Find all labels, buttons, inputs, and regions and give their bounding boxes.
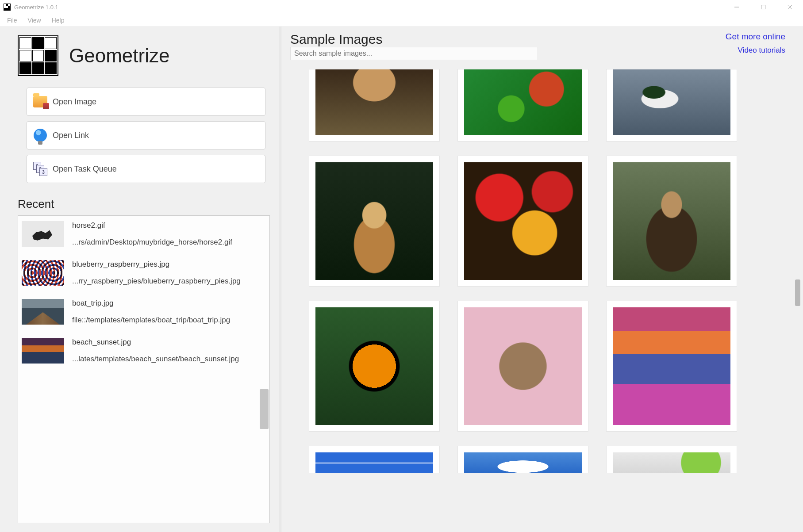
samples-scrollbar[interactable] <box>795 279 800 306</box>
sample-thumbnail <box>464 69 582 135</box>
recent-item[interactable]: blueberry_raspberry_pies.jpg ...rry_rasp… <box>22 260 266 286</box>
open-image-label: Open Image <box>53 97 96 107</box>
recent-item-path: ...lates/templates/beach_sunset/beach_su… <box>72 355 266 364</box>
sample-item[interactable] <box>309 156 440 287</box>
sample-item[interactable] <box>606 156 737 287</box>
sample-thumbnail <box>464 162 582 280</box>
samples-header: Sample Images <box>290 32 538 47</box>
sample-thumbnail <box>315 452 433 473</box>
sample-thumbnail <box>613 69 730 135</box>
sample-item[interactable] <box>606 69 737 142</box>
sample-thumbnail <box>613 162 730 280</box>
sample-item[interactable] <box>606 446 737 473</box>
video-tutorials-link[interactable]: Video tutorials <box>738 46 785 55</box>
recent-item-path: file::/templates/templates/boat_trip/boa… <box>72 316 266 325</box>
titlebar: Geometrize 1.0.1 <box>0 0 803 14</box>
sample-thumbnail <box>613 307 730 425</box>
menu-help[interactable]: Help <box>47 15 69 26</box>
recent-header: Recent <box>18 197 270 211</box>
recent-item-name: blueberry_raspberry_pies.jpg <box>72 260 266 269</box>
left-panel: Geometrize Open Image Open Link 123 Open… <box>0 27 279 532</box>
open-image-button[interactable]: Open Image <box>27 88 265 116</box>
sample-item[interactable] <box>309 301 440 432</box>
sample-thumbnail <box>464 452 582 473</box>
sample-thumbnail <box>613 452 730 473</box>
search-samples-input[interactable] <box>290 47 538 60</box>
sample-item[interactable] <box>309 446 440 473</box>
sample-item[interactable] <box>606 301 737 432</box>
recent-item[interactable]: horse2.gif ...rs/admin/Desktop/muybridge… <box>22 221 266 247</box>
close-button[interactable] <box>776 0 803 14</box>
recent-item-name: boat_trip.jpg <box>72 299 266 308</box>
recent-item-name: beach_sunset.jpg <box>72 338 266 347</box>
menubar: File View Help <box>0 14 803 27</box>
app-icon <box>4 4 11 11</box>
recent-thumbnail <box>22 299 64 325</box>
recent-item-name: horse2.gif <box>72 221 266 230</box>
folder-icon <box>32 94 48 110</box>
sample-item[interactable] <box>457 156 588 287</box>
recent-item[interactable]: beach_sunset.jpg ...lates/templates/beac… <box>22 338 266 364</box>
open-task-queue-label: Open Task Queue <box>53 165 117 174</box>
sample-item[interactable] <box>457 69 588 142</box>
recent-thumbnail <box>22 338 64 364</box>
recent-thumbnail <box>22 221 64 247</box>
sample-thumbnail <box>315 162 433 280</box>
svg-rect-1 <box>761 5 765 9</box>
samples-grid <box>290 67 785 473</box>
open-link-button[interactable]: Open Link <box>27 121 265 149</box>
menu-file[interactable]: File <box>3 15 22 26</box>
queue-icon: 123 <box>32 161 48 177</box>
right-panel: Sample Images Get more online Video tuto… <box>281 27 803 532</box>
brand-name: Geometrize <box>69 45 169 67</box>
sample-thumbnail <box>315 69 433 135</box>
globe-icon <box>32 127 48 143</box>
sample-item[interactable] <box>309 69 440 142</box>
get-more-online-link[interactable]: Get more online <box>726 32 785 42</box>
recent-list[interactable]: horse2.gif ...rs/admin/Desktop/muybridge… <box>18 215 270 523</box>
sample-thumbnail <box>315 307 433 425</box>
open-link-label: Open Link <box>53 131 89 140</box>
recent-thumbnail <box>22 260 64 286</box>
brand: Geometrize <box>18 35 270 76</box>
maximize-button[interactable] <box>750 0 776 14</box>
window-title: Geometrize 1.0.1 <box>14 4 723 11</box>
menu-view[interactable]: View <box>23 15 46 26</box>
minimize-button[interactable] <box>723 0 750 14</box>
recent-item[interactable]: boat_trip.jpg file::/templates/templates… <box>22 299 266 325</box>
open-task-queue-button[interactable]: 123 Open Task Queue <box>27 155 265 183</box>
sample-item[interactable] <box>457 301 588 432</box>
recent-scrollbar[interactable] <box>260 389 269 429</box>
brand-logo-icon <box>18 35 58 76</box>
sample-item[interactable] <box>457 446 588 473</box>
sample-thumbnail <box>464 307 582 425</box>
recent-item-path: ...rry_raspberry_pies/blueberry_raspberr… <box>72 277 266 286</box>
recent-item-path: ...rs/admin/Desktop/muybridge_horse/hors… <box>72 238 266 247</box>
